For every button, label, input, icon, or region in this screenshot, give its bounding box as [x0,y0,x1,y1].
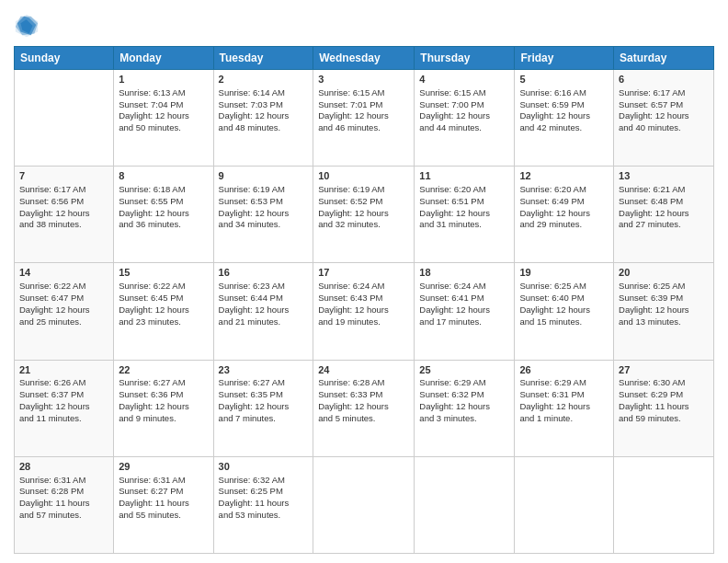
day-number: 14 [19,266,108,280]
day-number: 9 [219,169,309,183]
calendar-cell [415,456,515,553]
day-info-line: and 9 minutes. [119,413,176,423]
day-info-line: Daylight: 12 hours [419,304,490,315]
day-number: 29 [119,460,208,474]
day-info-line: Sunrise: 6:25 AM [619,281,685,291]
day-number: 1 [119,73,208,86]
day-info-line: and 42 minutes. [519,122,582,132]
day-info-line: and 48 minutes. [219,122,281,132]
day-info-line: Sunset: 7:01 PM [318,99,382,109]
day-info-line: and 11 minutes. [19,413,82,423]
day-number: 10 [318,169,409,183]
day-number: 5 [519,73,609,86]
calendar-cell [15,70,114,167]
day-info-line: Sunrise: 6:20 AM [519,184,586,194]
day-info-line: Sunset: 7:03 PM [219,99,283,109]
day-info-line: Sunrise: 6:22 AM [19,281,85,291]
calendar-cell: 10Sunrise: 6:19 AMSunset: 6:52 PMDayligh… [313,167,415,263]
day-info-line: Sunset: 6:47 PM [19,293,84,303]
header-saturday: Saturday [614,47,714,70]
day-info-line: Sunset: 6:25 PM [219,486,283,496]
header [14,9,714,39]
day-info-line: and 15 minutes. [519,316,582,327]
day-number: 28 [19,460,108,474]
calendar-cell: 14Sunrise: 6:22 AMSunset: 6:47 PMDayligh… [15,263,114,360]
header-sunday: Sunday [15,47,114,70]
calendar-cell: 6Sunrise: 6:17 AMSunset: 6:57 PMDaylight… [614,70,714,167]
day-info-line: and 21 minutes. [219,316,281,327]
calendar-cell: 22Sunrise: 6:27 AMSunset: 6:36 PMDayligh… [114,360,213,456]
day-number: 17 [318,266,409,280]
day-number: 23 [219,363,309,377]
day-info-line: Daylight: 12 hours [318,401,389,411]
day-info-line: Daylight: 11 hours [119,498,189,508]
day-info-line: Daylight: 12 hours [119,401,189,411]
page: SundayMondayTuesdayWednesdayThursdayFrid… [0,0,728,563]
header-friday: Friday [515,47,614,70]
day-info-line: and 38 minutes. [19,219,82,229]
day-info-line: Daylight: 12 hours [19,304,90,315]
day-info-line: Daylight: 12 hours [19,401,90,411]
day-info-line: Daylight: 12 hours [519,401,590,411]
day-info-line: Sunset: 6:49 PM [519,196,584,206]
day-info-line: and 25 minutes. [19,316,82,327]
day-info-line: Sunrise: 6:30 AM [619,377,685,387]
day-info-line: Daylight: 11 hours [219,498,290,508]
day-info-line: Daylight: 12 hours [119,208,189,218]
day-info-line: Sunrise: 6:31 AM [119,475,185,485]
calendar-header-row: SundayMondayTuesdayWednesdayThursdayFrid… [15,47,714,70]
day-info-line: Sunset: 6:56 PM [19,196,84,206]
day-info-line: and 44 minutes. [419,122,482,132]
day-number: 30 [219,460,309,474]
day-info-line: and 29 minutes. [519,219,582,229]
day-info-line: Sunrise: 6:15 AM [318,87,384,98]
day-info-line: Sunset: 6:51 PM [419,196,483,206]
week-row-2: 7Sunrise: 6:17 AMSunset: 6:56 PMDaylight… [15,167,714,263]
day-info-line: Sunrise: 6:24 AM [318,281,384,291]
day-info-line: and 59 minutes. [619,413,681,423]
day-info-line: Sunset: 6:53 PM [219,196,283,206]
day-info-line: and 31 minutes. [419,219,482,229]
day-info-line: and 50 minutes. [119,122,181,132]
day-info-line: Daylight: 12 hours [19,208,90,218]
calendar-cell: 5Sunrise: 6:16 AMSunset: 6:59 PMDaylight… [515,70,614,167]
day-info-line: and 53 minutes. [219,510,281,520]
day-info-line: and 32 minutes. [318,219,381,229]
calendar-cell [614,456,714,553]
calendar-cell: 25Sunrise: 6:29 AMSunset: 6:32 PMDayligh… [415,360,515,456]
day-info-line: Sunrise: 6:13 AM [119,87,185,98]
day-info-line: Sunrise: 6:23 AM [219,281,285,291]
day-info-line: Daylight: 12 hours [519,304,590,315]
calendar-cell: 1Sunrise: 6:13 AMSunset: 7:04 PMDaylight… [114,70,213,167]
day-number: 8 [119,169,208,183]
day-info-line: Sunrise: 6:18 AM [119,184,185,194]
day-number: 24 [318,363,409,377]
day-info-line: Sunset: 6:31 PM [519,389,584,399]
week-row-4: 21Sunrise: 6:26 AMSunset: 6:37 PMDayligh… [15,360,714,456]
day-info-line: Sunset: 6:32 PM [419,389,483,399]
day-info-line: Daylight: 12 hours [119,304,189,315]
logo [14,13,41,39]
day-info-line: Sunrise: 6:19 AM [219,184,285,194]
day-info-line: Sunset: 6:36 PM [119,389,183,399]
day-info-line: Sunrise: 6:15 AM [419,87,485,98]
day-info-line: Sunrise: 6:29 AM [519,377,586,387]
week-row-1: 1Sunrise: 6:13 AMSunset: 7:04 PMDaylight… [15,70,714,167]
day-info-line: Sunrise: 6:28 AM [318,377,384,387]
day-number: 15 [119,266,208,280]
day-info-line: Sunset: 6:27 PM [119,486,183,496]
logo-icon [14,13,40,39]
day-number: 16 [219,266,309,280]
day-info-line: Sunrise: 6:27 AM [119,377,185,387]
day-info-line: Daylight: 12 hours [619,208,689,218]
calendar-cell: 11Sunrise: 6:20 AMSunset: 6:51 PMDayligh… [415,167,515,263]
day-info-line: and 34 minutes. [219,219,281,229]
day-info-line: Sunset: 6:41 PM [419,293,483,303]
day-info-line: and 17 minutes. [419,316,482,327]
day-info-line: Sunset: 7:00 PM [419,99,483,109]
day-info-line: and 27 minutes. [619,219,681,229]
calendar-cell: 4Sunrise: 6:15 AMSunset: 7:00 PMDaylight… [415,70,515,167]
day-info-line: Daylight: 12 hours [619,110,689,121]
day-info-line: Sunrise: 6:21 AM [619,184,685,194]
day-number: 21 [19,363,108,377]
